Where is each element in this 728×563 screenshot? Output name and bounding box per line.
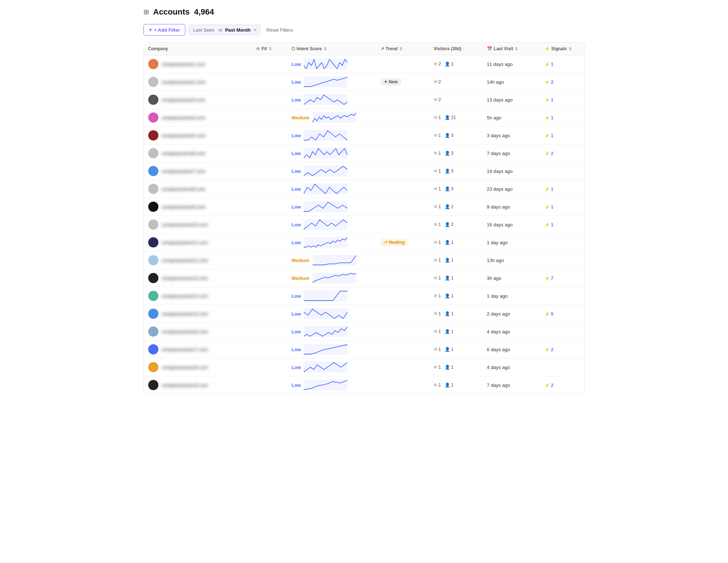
table-row[interactable]: companyname13.com Medium ✉ 1👤 13h ago⚡ 7 bbox=[144, 269, 585, 287]
table-row[interactable]: companyname15.com Low ✉ 1👤 12 days ago⚡ … bbox=[144, 305, 585, 323]
company-cell: companyname5.com bbox=[144, 127, 252, 144]
trend-cell bbox=[376, 144, 429, 162]
col-header-company[interactable]: Company bbox=[144, 43, 252, 55]
col-header-lastvisit[interactable]: 📅 Last Visit ⇅ bbox=[483, 43, 540, 55]
trend-cell bbox=[376, 251, 429, 269]
last-visit-text: 9 days ago bbox=[487, 204, 510, 210]
svg-rect-15 bbox=[304, 326, 347, 337]
bolt-icon: ⚡ bbox=[544, 276, 550, 281]
table-row[interactable]: companyname18.com Low ✉ 1👤 14 days ago bbox=[144, 358, 585, 376]
intent-score: Low bbox=[291, 293, 301, 299]
company-name: companyname3.com bbox=[162, 97, 206, 103]
reset-filters-button[interactable]: Reset Filters bbox=[264, 26, 295, 34]
company-name: companyname15.com bbox=[162, 311, 208, 317]
chip-connector-word: in bbox=[219, 27, 222, 33]
signal-badge: ⚡ 1 bbox=[544, 187, 554, 192]
visitors-cell: ✉ 1👤 3 bbox=[429, 162, 483, 180]
bolt-icon: ⚡ bbox=[544, 383, 550, 388]
intent-score: Low bbox=[291, 186, 301, 192]
visitors-cell: ✉ 1👤 1 bbox=[429, 323, 483, 341]
col-header-fit[interactable]: ☆ Fit ⇅ bbox=[252, 43, 287, 55]
person-icon: 👤 bbox=[445, 168, 450, 174]
intent-cell: Low bbox=[287, 73, 376, 91]
col-header-visitors[interactable]: Visitors (30d) ↓ bbox=[429, 43, 483, 55]
signal-badge: ⚡ 1 bbox=[544, 62, 554, 67]
bolt-icon: ⚡ bbox=[544, 98, 550, 103]
signal-badge: ⚡ 2 bbox=[544, 151, 554, 156]
avatar bbox=[148, 77, 158, 87]
signals-cell: ⚡ 1 bbox=[540, 127, 585, 144]
signal-badge: ⚡ 1 bbox=[544, 205, 554, 210]
table-row[interactable]: companyname5.com Low ✉ 1👤 33 days ago⚡ 1 bbox=[144, 127, 585, 144]
last-visit-text: 4 days ago bbox=[487, 365, 510, 370]
signals-cell: ⚡ 5 bbox=[540, 305, 585, 323]
avatar bbox=[148, 59, 158, 69]
chip-prefix: Last Seen bbox=[193, 27, 215, 33]
last-visit-text: 3h ago bbox=[487, 275, 501, 281]
company-name: companyname12.com bbox=[162, 258, 208, 263]
avatar bbox=[148, 112, 158, 123]
mail-icon: ✉ bbox=[434, 293, 437, 298]
bolt-icon: ⚡ bbox=[544, 222, 550, 227]
person-icon: 👤 bbox=[445, 186, 450, 191]
chip-close-button[interactable]: × bbox=[253, 27, 256, 33]
intent-score: Low bbox=[291, 382, 301, 388]
bolt-icon: ⚡ bbox=[544, 62, 550, 67]
company-cell: companyname3.com bbox=[144, 91, 252, 109]
col-header-trend[interactable]: ↗ Trend ⇅ bbox=[376, 43, 429, 55]
avatar bbox=[148, 166, 158, 176]
visitors-cell: ✉ 1👤 1 bbox=[429, 376, 483, 394]
last-visit-cell: 6 days ago bbox=[483, 341, 540, 358]
trend-cell bbox=[376, 55, 429, 73]
svg-rect-13 bbox=[304, 290, 347, 301]
intent-cell: Low bbox=[287, 144, 376, 162]
visitors-cell: ✉ 1👤 2 bbox=[429, 216, 483, 234]
intent-score: Low bbox=[291, 329, 301, 334]
table-row[interactable]: companyname14.com Low ✉ 1👤 11 day ago bbox=[144, 287, 585, 305]
add-filter-button[interactable]: + + Add Filter bbox=[143, 24, 186, 36]
col-header-intent[interactable]: ⬡ Intent Score ⇅ bbox=[287, 43, 376, 55]
mail-icon: ✉ bbox=[434, 240, 437, 245]
fit-cell bbox=[252, 198, 287, 216]
table-row[interactable]: companyname10.com Low ✉ 1👤 216 days ago⚡… bbox=[144, 216, 585, 234]
company-cell: companyname12.com bbox=[144, 251, 252, 269]
table-row[interactable]: companyname9.com Low ✉ 1👤 29 days ago⚡ 1 bbox=[144, 198, 585, 216]
last-visit-text: 4 days ago bbox=[487, 329, 510, 334]
signals-cell: ⚡ 1 bbox=[540, 55, 585, 73]
table-row[interactable]: companyname4.com Medium ✉ 1👤 215h ago⚡ 1 bbox=[144, 109, 585, 127]
table-row[interactable]: companyname11.com Low ↗ Heating✉ 1👤 11 d… bbox=[144, 234, 585, 251]
visitors-cell: ✉ 1👤 1 bbox=[429, 341, 483, 358]
company-name: companyname2.com bbox=[162, 79, 206, 85]
table-row[interactable]: companyname8.com Low ✉ 1👤 323 days ago⚡ … bbox=[144, 180, 585, 198]
trend-cell bbox=[376, 323, 429, 341]
table-row[interactable]: companyname6.com Low ✉ 1👤 37 days ago⚡ 2 bbox=[144, 144, 585, 162]
intent-cell: Low bbox=[287, 376, 376, 394]
table-row[interactable]: companyname2.com Low ✦ New✉ 214h ago⚡ 2 bbox=[144, 73, 585, 91]
signals-cell: ⚡ 1 bbox=[540, 216, 585, 234]
trend-cell bbox=[376, 216, 429, 234]
table-row[interactable]: companyname19.com Low ✉ 1👤 17 days ago⚡ … bbox=[144, 376, 585, 394]
intent-cell: Low bbox=[287, 127, 376, 144]
fit-cell bbox=[252, 91, 287, 109]
sort-icon-lastvisit: ⇅ bbox=[515, 47, 518, 51]
last-visit-text: 14 days ago bbox=[487, 168, 513, 174]
company-name: companyname14.com bbox=[162, 293, 208, 299]
visitors-cell: ✉ 1👤 1 bbox=[429, 358, 483, 376]
intent-score: Medium bbox=[291, 275, 309, 281]
company-cell: companyname14.com bbox=[144, 287, 252, 305]
col-header-signals[interactable]: ⚡ Signals ⇅ bbox=[540, 43, 585, 55]
last-visit-text: 13 days ago bbox=[487, 97, 513, 103]
trend-cell bbox=[376, 358, 429, 376]
table-row[interactable]: companyname16.com Low ✉ 1👤 14 days ago bbox=[144, 323, 585, 341]
table-row[interactable]: companyname3.com Low ✉ 213 days ago⚡ 1 bbox=[144, 91, 585, 109]
trend-cell bbox=[376, 109, 429, 127]
table-row[interactable]: companyname1.com Low ✉ 2👤 111 days ago⚡ … bbox=[144, 55, 585, 73]
last-visit-cell: 14 days ago bbox=[483, 162, 540, 180]
star-icon: ☆ bbox=[256, 46, 260, 51]
table-row[interactable]: companyname7.com Low ✉ 1👤 314 days ago bbox=[144, 162, 585, 180]
intent-cell: Low bbox=[287, 216, 376, 234]
table-row[interactable]: companyname17.com Low ✉ 1👤 16 days ago⚡ … bbox=[144, 341, 585, 358]
trend-cell bbox=[376, 269, 429, 287]
signal-badge: ⚡ 2 bbox=[544, 80, 554, 85]
table-row[interactable]: companyname12.com Medium ✉ 1👤 113h ago bbox=[144, 251, 585, 269]
